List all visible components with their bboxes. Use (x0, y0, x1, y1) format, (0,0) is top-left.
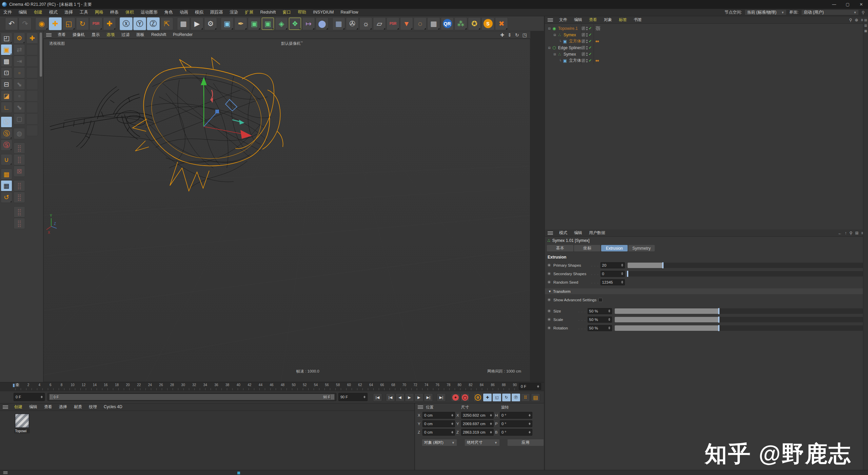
render-settings-icon[interactable]: ⚙ (204, 17, 217, 30)
snap-on-icon[interactable]: Ⓢ (1, 128, 12, 139)
slider-handle[interactable] (718, 308, 719, 314)
extrude-object-icon[interactable]: ▣ (261, 17, 274, 30)
autokey-button[interactable]: ◯ (460, 393, 470, 402)
menu-样条[interactable]: 样条 (107, 10, 122, 15)
spinner-arrows-icon[interactable] (529, 431, 531, 434)
menu-Redshift[interactable]: Redshift (257, 10, 279, 15)
menu-动画[interactable]: 动画 (176, 10, 192, 15)
menu-帮助[interactable]: 帮助 (294, 10, 310, 15)
make-editable-icon[interactable]: ◰ (1, 33, 12, 44)
object-axis-mode-icon[interactable]: ∟ (1, 102, 12, 113)
texture-tag-icon[interactable] (596, 26, 600, 31)
workplane-grid-icon[interactable]: ▦ (1, 169, 12, 180)
slider-handle[interactable] (718, 325, 719, 331)
primitive-cube-icon[interactable]: ▣ (221, 17, 234, 30)
material-menu-编辑[interactable]: 编辑 (26, 404, 41, 409)
menu-扩展[interactable]: 扩展 (242, 10, 257, 15)
viewport-menu-面板[interactable]: 面板 (133, 32, 148, 37)
duplicate-tool-icon[interactable]: ⬊ (14, 102, 25, 113)
menu-文件[interactable]: 文件 (0, 10, 15, 15)
position-value-field[interactable]: 0 cm (422, 412, 455, 419)
attr-menu-用户数据[interactable]: 用户数据 (586, 230, 609, 235)
center-tool-icon[interactable]: ⇥ (14, 56, 25, 67)
spline-pen-icon[interactable]: ✒ (234, 17, 247, 30)
enable-check-icon[interactable]: ✓ (589, 58, 592, 63)
view-pan-icon[interactable]: ✚ (500, 32, 505, 38)
material-menu-查看[interactable]: 查看 (41, 404, 56, 409)
compass-icon[interactable]: ✪ (468, 17, 481, 30)
rotate-workplane-icon[interactable]: ↺ (1, 192, 12, 203)
phong-tag-icon[interactable] (596, 40, 599, 42)
record-pla-button[interactable]: ⠿ (521, 393, 530, 402)
param-value-field[interactable]: 20 (600, 262, 625, 268)
spinner-arrows-icon[interactable] (621, 264, 623, 267)
x-axis-lock-icon[interactable]: Ⓧ (120, 17, 133, 30)
menu-角色[interactable]: 角色 (161, 10, 176, 15)
cage-deformer-icon[interactable]: ◈ (275, 17, 288, 30)
param-value-field[interactable]: 12345 (600, 279, 625, 285)
dock-slot-icon[interactable] (26, 125, 38, 136)
view-rotate-icon[interactable]: ↻ (515, 32, 519, 38)
om-search-icon[interactable]: ⚲ (849, 18, 852, 22)
spinner-arrows-icon[interactable] (451, 422, 453, 425)
spinner-arrows-icon[interactable] (537, 385, 539, 388)
viewport-menu-查看[interactable]: 查看 (54, 32, 69, 37)
layout-tab-icon[interactable]: ▤ (863, 18, 868, 22)
record-rotation-button[interactable]: ↻ (502, 393, 511, 402)
om-menu-书签[interactable]: 书签 (630, 17, 645, 22)
last-tool-psr-icon[interactable]: PSR (90, 17, 102, 30)
camera-label[interactable]: 默认摄像机°° (281, 41, 303, 46)
attr-search-icon[interactable]: ⚲ (849, 231, 852, 235)
spinner-arrows-icon[interactable] (529, 422, 531, 425)
floor-icon[interactable]: ▦ (332, 17, 345, 30)
mograph-cluster-icon[interactable]: ◌ (414, 17, 427, 30)
menu-渲染[interactable]: 渲染 (226, 10, 242, 15)
menu-窗口[interactable]: 窗口 (279, 10, 294, 15)
menu-工具[interactable]: 工具 (76, 10, 92, 15)
param-value-field[interactable]: 0 (600, 271, 625, 277)
om-menu-标签[interactable]: 标签 (615, 17, 630, 22)
menu-体积[interactable]: 体积 (122, 10, 137, 15)
mirror-disabled-icon[interactable]: ⊠ (14, 166, 25, 177)
position-mode-select[interactable]: 对象 (相对)▼ (422, 439, 457, 446)
shrink-selection-icon[interactable]: ⣿ (14, 192, 25, 203)
menu-跟踪器[interactable]: 跟踪器 (207, 10, 226, 15)
camera-icon[interactable]: ✇ (346, 17, 359, 30)
material-name-label[interactable]: Topowi (14, 429, 30, 433)
camera-toggle-icon[interactable]: °° (301, 41, 303, 44)
transform-section-header[interactable]: ▼ Transform (545, 288, 868, 294)
viewport-menu-过滤[interactable]: 过滤 (118, 32, 133, 37)
preview-range-slider[interactable]: 0 F 90 F (47, 393, 336, 401)
spinner-arrows-icon[interactable] (608, 318, 610, 321)
array-icon[interactable]: ▦ (427, 17, 440, 30)
visibility-dots-icon[interactable] (586, 27, 588, 30)
param-slider[interactable] (615, 325, 863, 331)
object-row-立方体[interactable]: └▣立方体╱✓ (545, 57, 868, 64)
minimize-button[interactable]: — (827, 0, 841, 9)
attr-up-icon[interactable]: ↑ (845, 231, 847, 235)
plain-effector-icon[interactable]: ▫ (14, 67, 25, 78)
object-name[interactable]: Symex (564, 33, 576, 37)
arrange-tool-icon[interactable]: ⇄ (14, 44, 25, 55)
goto-end-button[interactable]: ▶| (437, 393, 446, 402)
param-slider[interactable] (628, 271, 863, 277)
layer-toggle-icon[interactable]: ╱ (581, 59, 585, 62)
spinner-arrows-icon[interactable] (621, 272, 623, 275)
metaball-icon[interactable]: ⬤ (316, 17, 329, 30)
live-selection-icon[interactable]: ◉ (35, 17, 48, 30)
om-filter-icon[interactable]: ⊕ (855, 18, 858, 22)
viewport-canvas[interactable]: Y Z X 透视视图 默认摄像机°° 帧速 : 1000.0 网格间距 : 10… (43, 39, 530, 382)
render-view-icon[interactable]: ▦ (177, 17, 190, 30)
tab-Symmetry[interactable]: Symmetry (628, 245, 655, 251)
expander-icon[interactable]: ⊟ (553, 33, 556, 37)
y-axis-lock-icon[interactable]: Ⓨ (133, 17, 146, 30)
menu-模式[interactable]: 模式 (46, 10, 61, 15)
view-name-label[interactable]: 透视视图 (49, 41, 65, 46)
texture-mode-icon[interactable]: ▩ (1, 56, 12, 67)
undo-icon[interactable]: ↶ (5, 17, 18, 30)
object-name[interactable]: 立方体 (569, 38, 581, 44)
material-menu-选择[interactable]: 选择 (56, 404, 71, 409)
snap-3d-icon[interactable]: Ⓢ (1, 139, 12, 151)
viewport-menu-摄像机[interactable]: 摄像机 (69, 32, 88, 37)
apply-button[interactable]: 应用 (507, 439, 544, 446)
